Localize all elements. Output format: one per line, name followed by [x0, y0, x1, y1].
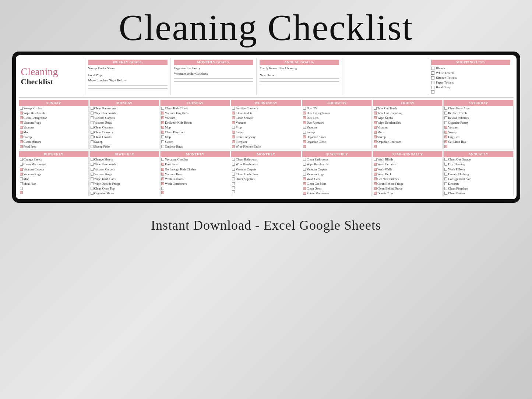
task-checkbox[interactable] [303, 187, 306, 190]
task-checkbox[interactable] [374, 107, 377, 110]
task-checkbox[interactable] [161, 191, 164, 194]
task-checkbox[interactable] [232, 168, 235, 171]
task-checkbox[interactable] [374, 192, 377, 195]
task-checkbox[interactable] [444, 163, 447, 166]
task-checkbox[interactable] [91, 145, 94, 148]
task-checkbox[interactable] [374, 112, 377, 114]
task-checkbox[interactable] [232, 126, 235, 129]
task-checkbox[interactable] [232, 177, 235, 180]
task-checkbox[interactable] [161, 140, 164, 143]
task-checkbox[interactable] [91, 126, 94, 129]
task-checkbox[interactable] [20, 145, 23, 148]
task-checkbox[interactable] [444, 107, 447, 110]
shopping-checkbox[interactable] [431, 81, 434, 84]
task-checkbox[interactable] [91, 107, 94, 110]
task-checkbox[interactable] [303, 168, 306, 171]
task-checkbox[interactable] [374, 168, 377, 171]
shopping-checkbox[interactable] [431, 76, 434, 80]
task-checkbox[interactable] [374, 121, 377, 124]
task-checkbox[interactable] [161, 107, 164, 110]
task-checkbox[interactable] [20, 191, 23, 194]
task-checkbox[interactable] [374, 140, 377, 143]
task-checkbox[interactable] [444, 135, 447, 138]
task-checkbox[interactable] [232, 112, 235, 114]
task-checkbox[interactable] [161, 121, 164, 124]
task-checkbox[interactable] [444, 192, 447, 195]
task-checkbox[interactable] [374, 126, 377, 129]
task-checkbox[interactable] [91, 112, 94, 114]
task-checkbox[interactable] [232, 121, 235, 124]
task-checkbox[interactable] [303, 126, 306, 129]
task-checkbox[interactable] [374, 177, 377, 180]
task-checkbox[interactable] [161, 173, 164, 176]
task-checkbox[interactable] [303, 121, 306, 124]
task-checkbox[interactable] [161, 163, 164, 166]
task-checkbox[interactable] [374, 173, 377, 176]
task-checkbox[interactable] [444, 131, 447, 134]
task-checkbox[interactable] [374, 135, 377, 138]
task-checkbox[interactable] [232, 158, 235, 161]
task-checkbox[interactable] [161, 145, 164, 148]
task-checkbox[interactable] [91, 116, 94, 119]
task-checkbox[interactable] [161, 158, 164, 161]
task-checkbox[interactable] [232, 107, 235, 110]
task-checkbox[interactable] [374, 163, 377, 166]
task-checkbox[interactable] [20, 107, 23, 110]
task-checkbox[interactable] [161, 112, 164, 114]
task-checkbox[interactable] [374, 182, 377, 185]
task-checkbox[interactable] [20, 187, 23, 190]
task-checkbox[interactable] [161, 116, 164, 119]
task-checkbox[interactable] [20, 112, 23, 114]
task-checkbox[interactable] [161, 177, 164, 180]
task-checkbox[interactable] [303, 131, 306, 134]
task-checkbox[interactable] [444, 121, 447, 124]
task-checkbox[interactable] [303, 192, 306, 195]
task-checkbox[interactable] [232, 116, 235, 119]
task-checkbox[interactable] [444, 187, 447, 190]
task-checkbox[interactable] [20, 163, 23, 166]
task-checkbox[interactable] [20, 158, 23, 161]
task-checkbox[interactable] [161, 131, 164, 134]
task-checkbox[interactable] [20, 116, 23, 119]
task-checkbox[interactable] [303, 116, 306, 119]
task-checkbox[interactable] [91, 140, 94, 143]
task-checkbox[interactable] [444, 116, 447, 119]
task-checkbox[interactable] [91, 158, 94, 161]
task-checkbox[interactable] [232, 182, 235, 185]
task-checkbox[interactable] [303, 182, 306, 185]
task-checkbox[interactable] [91, 173, 94, 176]
task-checkbox[interactable] [20, 131, 23, 134]
shopping-checkbox[interactable] [431, 86, 434, 89]
task-checkbox[interactable] [444, 173, 447, 176]
task-checkbox[interactable] [232, 131, 235, 134]
task-checkbox[interactable] [91, 192, 94, 195]
task-checkbox[interactable] [303, 158, 306, 161]
task-checkbox[interactable] [91, 163, 94, 166]
task-checkbox[interactable] [444, 145, 447, 148]
task-checkbox[interactable] [20, 173, 23, 176]
task-checkbox[interactable] [303, 112, 306, 114]
shopping-checkbox[interactable] [431, 67, 434, 70]
shopping-checkbox[interactable] [431, 71, 434, 75]
task-checkbox[interactable] [444, 126, 447, 129]
task-checkbox[interactable] [91, 168, 94, 171]
task-checkbox[interactable] [232, 140, 235, 143]
task-checkbox[interactable] [20, 182, 23, 185]
task-checkbox[interactable] [303, 173, 306, 176]
task-checkbox[interactable] [91, 187, 94, 190]
task-checkbox[interactable] [91, 182, 94, 185]
task-checkbox[interactable] [91, 131, 94, 134]
task-checkbox[interactable] [91, 177, 94, 180]
task-checkbox[interactable] [232, 173, 235, 176]
task-checkbox[interactable] [20, 177, 23, 180]
task-checkbox[interactable] [20, 135, 23, 138]
task-checkbox[interactable] [374, 131, 377, 134]
task-checkbox[interactable] [374, 116, 377, 119]
task-checkbox[interactable] [232, 186, 235, 189]
task-checkbox[interactable] [91, 121, 94, 124]
task-checkbox[interactable] [20, 168, 23, 171]
task-checkbox[interactable] [444, 112, 447, 114]
task-checkbox[interactable] [20, 121, 23, 124]
task-checkbox[interactable] [303, 135, 306, 138]
task-checkbox[interactable] [374, 187, 377, 190]
